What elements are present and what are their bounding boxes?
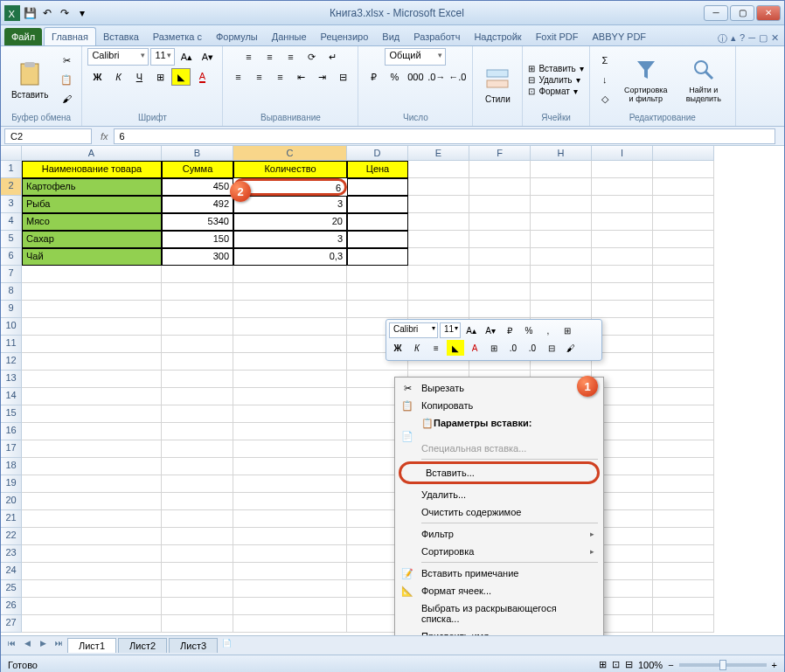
clear-icon[interactable]: ◇ xyxy=(595,90,615,107)
table-cell[interactable]: Рыба xyxy=(22,196,162,213)
view-pagebreak-icon[interactable]: ⊟ xyxy=(625,659,633,670)
underline-icon[interactable]: Ч xyxy=(129,68,149,86)
zoom-thumb[interactable] xyxy=(719,660,726,670)
comma-icon[interactable]: 000 xyxy=(406,68,425,86)
row-header[interactable]: 10 xyxy=(1,318,22,336)
ctx-copy[interactable]: 📋Копировать xyxy=(397,397,601,414)
mini-size[interactable]: 11 xyxy=(440,322,461,338)
fx-icon[interactable]: fx xyxy=(95,131,114,142)
table-cell[interactable]: 150 xyxy=(162,231,233,248)
ctx-cut[interactable]: ✂Вырезать xyxy=(397,379,601,397)
tab-addins[interactable]: Надстройк xyxy=(467,28,528,45)
table-cell[interactable]: 0,3 xyxy=(233,248,347,266)
align-bottom-icon[interactable]: ≡ xyxy=(281,48,300,66)
row-header[interactable]: 16 xyxy=(1,423,22,440)
row-header[interactable]: 25 xyxy=(1,580,22,598)
row-header[interactable]: 15 xyxy=(1,405,22,423)
minimize-button[interactable]: ─ xyxy=(704,5,728,21)
sort-filter-button[interactable]: Сортировка и фильтр xyxy=(618,54,674,105)
ctx-paste-option-btn[interactable]: 📄 xyxy=(397,433,601,440)
table-cell[interactable]: 20 xyxy=(233,213,347,231)
ctx-format[interactable]: 📐Формат ячеек... xyxy=(397,582,601,599)
mini-merge-icon[interactable]: ⊟ xyxy=(543,340,560,356)
row-header[interactable]: 12 xyxy=(1,353,22,371)
row-header[interactable]: 19 xyxy=(1,475,22,493)
row-header[interactable]: 8 xyxy=(1,283,22,301)
mini-grow-icon[interactable]: A▴ xyxy=(462,322,480,338)
table-cell[interactable]: 300 xyxy=(162,248,233,266)
row-header[interactable]: 26 xyxy=(1,598,22,615)
mini-border-icon[interactable]: ⊞ xyxy=(559,322,576,338)
table-cell[interactable] xyxy=(347,178,408,196)
row-header[interactable]: 4 xyxy=(1,213,22,231)
format-painter-icon[interactable]: 🖌 xyxy=(57,90,76,107)
align-top-icon[interactable]: ≡ xyxy=(239,48,258,66)
win-restore-icon[interactable]: ▢ xyxy=(759,32,768,45)
table-cell[interactable]: 492 xyxy=(162,196,233,213)
font-color-icon[interactable]: A xyxy=(192,68,212,86)
shrink-font-icon[interactable]: A▾ xyxy=(198,48,217,66)
copy-icon[interactable]: 📋 xyxy=(57,71,76,88)
table-cell[interactable] xyxy=(347,231,408,248)
percent-icon[interactable]: % xyxy=(385,68,404,86)
mini-fontcolor-icon[interactable]: A xyxy=(466,340,483,356)
col-header[interactable]: B xyxy=(162,146,233,161)
number-format-select[interactable]: Общий xyxy=(385,48,446,66)
align-center-icon[interactable]: ≡ xyxy=(249,68,268,86)
spreadsheet-grid[interactable]: A B C D E F H I 1 Наименование товара Су… xyxy=(1,146,784,633)
table-cell[interactable]: 3 xyxy=(233,196,347,213)
align-right-icon[interactable]: ≡ xyxy=(270,68,289,86)
font-name-select[interactable]: Calibri xyxy=(87,48,149,66)
font-size-select[interactable]: 11 xyxy=(150,48,175,66)
table-cell[interactable]: 450 xyxy=(162,178,233,196)
redo-icon[interactable]: ↷ xyxy=(57,5,73,21)
row-header[interactable]: 21 xyxy=(1,510,22,528)
undo-icon[interactable]: ↶ xyxy=(39,5,55,21)
inc-decimal-icon[interactable]: .0→ xyxy=(427,68,446,86)
mini-currency-icon[interactable]: ₽ xyxy=(501,322,518,338)
indent-inc-icon[interactable]: ⇥ xyxy=(312,68,331,86)
zoom-slider[interactable] xyxy=(679,663,767,667)
table-cell[interactable]: 3 xyxy=(233,231,347,248)
tab-nav-prev[interactable]: ◀ xyxy=(20,639,34,653)
merge-icon[interactable]: ⊟ xyxy=(333,68,352,86)
col-header[interactable]: H xyxy=(531,146,592,161)
tab-developer[interactable]: Разработч xyxy=(406,28,467,45)
sheet-tab-1[interactable]: Лист1 xyxy=(67,638,116,653)
table-cell[interactable]: Мясо xyxy=(22,213,162,231)
mini-comma-icon[interactable]: , xyxy=(539,322,557,338)
col-header[interactable] xyxy=(653,146,714,161)
view-layout-icon[interactable]: ⊡ xyxy=(612,659,620,670)
row-header[interactable]: 24 xyxy=(1,563,22,580)
row-header[interactable]: 9 xyxy=(1,301,22,318)
mini-painter-icon[interactable]: 🖌 xyxy=(562,340,580,356)
row-header[interactable]: 1 xyxy=(1,161,22,178)
dec-decimal-icon[interactable]: ←.0 xyxy=(448,68,467,86)
table-header[interactable]: Сумма xyxy=(162,161,233,178)
align-middle-icon[interactable]: ≡ xyxy=(260,48,279,66)
select-all[interactable] xyxy=(1,146,22,161)
wrap-text-icon[interactable]: ↵ xyxy=(323,48,342,66)
row-header[interactable]: 7 xyxy=(1,266,22,283)
autosum-icon[interactable]: Σ xyxy=(595,52,615,69)
italic-icon[interactable]: К xyxy=(108,68,128,86)
mini-border2-icon[interactable]: ⊞ xyxy=(485,340,503,356)
mini-italic-icon[interactable]: К xyxy=(408,340,426,356)
mini-percent-icon[interactable]: % xyxy=(520,322,538,338)
view-normal-icon[interactable]: ⊞ xyxy=(599,659,607,670)
tab-abbyy[interactable]: ABBYY PDF xyxy=(586,28,654,45)
maximize-button[interactable]: ▢ xyxy=(730,5,754,21)
table-header[interactable]: Количество xyxy=(233,161,347,178)
row-header[interactable]: 20 xyxy=(1,493,22,510)
mini-shrink-icon[interactable]: A▾ xyxy=(482,322,499,338)
row-header[interactable]: 22 xyxy=(1,528,22,545)
row-header[interactable]: 3 xyxy=(1,196,22,213)
tab-foxit[interactable]: Foxit PDF xyxy=(529,28,586,45)
cut-icon[interactable]: ✂ xyxy=(57,52,76,69)
table-cell[interactable] xyxy=(347,248,408,266)
row-header[interactable]: 18 xyxy=(1,458,22,475)
table-header[interactable]: Цена xyxy=(347,161,408,178)
ctx-insert[interactable]: Вставить... xyxy=(401,464,597,481)
help-icon[interactable]: ⓘ xyxy=(718,32,727,45)
minimize-ribbon-icon[interactable]: ▴ xyxy=(731,32,736,45)
